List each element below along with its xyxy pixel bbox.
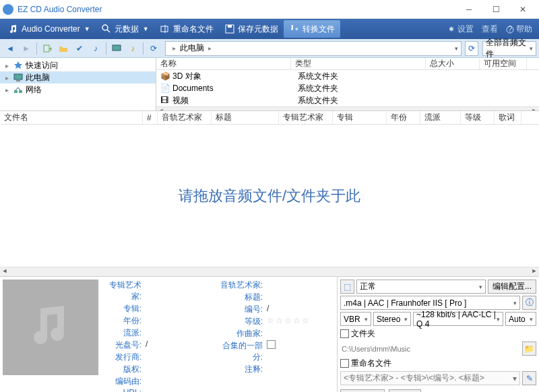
convert-button[interactable]: 转换文件 (284, 20, 340, 38)
file-col-header[interactable]: 专辑艺术家 (279, 111, 333, 124)
options-button[interactable]: 选项 (2) » (340, 389, 385, 392)
output-rename-label: 重命名文件 (351, 358, 391, 369)
close-button[interactable]: ✕ (509, 1, 536, 18)
settings-link[interactable]: 设置 (443, 24, 478, 35)
path-segment[interactable]: 此电脑 (180, 42, 204, 54)
svg-rect-14 (19, 90, 22, 93)
folder-row[interactable]: 🎞视频系统文件夹 (156, 94, 539, 106)
svg-rect-5 (228, 25, 232, 28)
path-refresh-button[interactable]: ⟳ (465, 41, 478, 56)
file-col-header[interactable]: 文件名 (0, 111, 143, 124)
tree-label: 快速访问 (26, 60, 58, 71)
expand-icon[interactable]: ▸ (3, 86, 11, 94)
music-folder-button[interactable]: ♪ (125, 41, 140, 56)
folder-type: 系统文件夹 (298, 83, 433, 94)
rename-button[interactable]: 重命名文件 (154, 20, 219, 38)
output-status-icon[interactable]: ⬚ (340, 280, 354, 294)
add-folder-button[interactable] (56, 41, 71, 56)
file-list-pane: 文件名#音轨艺术家标题专辑艺术家专辑年份流派等级歌词 请拖放音频文件/文件夹于此… (0, 110, 539, 276)
svg-rect-11 (14, 74, 22, 79)
expand-icon[interactable]: ▸ (3, 74, 11, 81)
folder-col-header[interactable]: 类型 (291, 58, 426, 69)
tree-item-pc[interactable]: ▸此电脑 (0, 71, 156, 84)
path-dropdown-icon[interactable]: ▾ (455, 45, 458, 52)
svg-line-16 (18, 88, 20, 90)
folder-name: 3D 对象 (172, 71, 201, 82)
monitor-button[interactable] (109, 41, 124, 56)
file-col-header[interactable]: 标题 (212, 111, 279, 124)
output-rename-checkbox[interactable] (340, 359, 349, 368)
expand-icon[interactable]: ▸ (3, 62, 11, 69)
folder-col-header[interactable]: 名称 (156, 58, 291, 69)
audio-converter-button[interactable]: Audio Converter ▼ (3, 20, 96, 38)
save-metadata-button[interactable]: 保存元数据 (219, 20, 284, 38)
minimize-button[interactable]: ─ (455, 1, 482, 18)
path-bar[interactable]: ▸ 此电脑 ▸ ▾ (165, 41, 462, 56)
help-link[interactable]: ? 帮助 (502, 24, 536, 35)
metadata-button[interactable]: 元数据 ▼ (96, 20, 154, 38)
meta-rating-stars[interactable]: ☆☆☆☆☆ (267, 316, 333, 327)
bitrate-select[interactable]: ~128 kbit/s | AAC-LC | Q 4▾ (413, 312, 503, 326)
note-button[interactable]: ♪ (88, 41, 103, 56)
window-titlebar: EZ CD Audio Converter ─ ☐ ✕ (0, 0, 539, 19)
sub-toolbar: ◄ ► + ✔ ♪ ♪ ⟳ ▸ 此电脑 ▸ ▾ ⟳ 全部音频文件 ▾ (0, 39, 539, 58)
folder-col-header[interactable]: 可用空间 (480, 58, 527, 69)
note-icon (8, 24, 19, 34)
svg-rect-12 (16, 80, 20, 81)
output-format-select[interactable]: .m4a | AAC | Fraunhofer IIS [ Pro ]▾ (340, 296, 520, 310)
folder-tree[interactable]: ▸快速访问▸此电脑▸网络 (0, 58, 156, 110)
meta-disc-label: 光盘号: (105, 339, 146, 351)
file-col-header[interactable]: 专辑 (333, 111, 387, 124)
metadata-label: 元数据 (115, 24, 139, 35)
dropdown-icon: ▼ (143, 26, 149, 32)
maximize-button[interactable]: ☐ (482, 1, 509, 18)
file-filter-select[interactable]: 全部音频文件 ▾ (482, 41, 536, 56)
folder-row[interactable]: 📦3D 对象系统文件夹 (156, 70, 539, 82)
stereo-select[interactable]: Stereo▾ (373, 312, 411, 326)
pc-icon (13, 73, 23, 82)
meta-encodedby-label: 编码由: (105, 376, 146, 387)
album-art-placeholder[interactable] (3, 280, 98, 375)
file-hscrollbar[interactable]: ◄► (0, 267, 539, 276)
vbr-select[interactable]: VBR▾ (340, 312, 371, 326)
output-profile-select[interactable]: 正常▾ (356, 280, 486, 294)
edit-config-button[interactable]: 编辑配置... (488, 280, 536, 294)
file-col-header[interactable]: 流派 (420, 111, 461, 124)
format-info-button[interactable]: ⓘ (522, 296, 536, 310)
file-col-header[interactable]: 等级 (461, 111, 495, 124)
file-col-header[interactable]: 歌词 (495, 111, 521, 124)
output-folder-checkbox[interactable] (340, 329, 349, 338)
path-root-arrow-icon: ▸ (172, 44, 176, 52)
net-icon (13, 85, 23, 94)
browse-folder-button[interactable]: 📁 (522, 341, 536, 356)
folder-col-header[interactable]: 总大小 (426, 58, 480, 69)
check-button[interactable]: ✔ (72, 41, 87, 56)
folder-row[interactable]: 📄Documents系统文件夹 (156, 82, 539, 94)
file-col-header[interactable]: 音轨艺术家 (158, 111, 212, 124)
meta-publisher-label: 发行商: (105, 352, 146, 363)
dropdown-icon: ▾ (530, 45, 533, 52)
folder-type: 系统文件夹 (298, 71, 433, 82)
save-icon (224, 24, 235, 34)
meta-genre-label: 流派: (105, 327, 146, 339)
folder-icon: 🎞 (160, 96, 170, 105)
nav-forward-button[interactable]: ► (19, 41, 34, 56)
svg-line-15 (15, 88, 18, 90)
rename-pattern-field[interactable]: <专辑艺术家> - <专辑>\<编号>. <标题>▾ (340, 371, 520, 385)
file-col-header[interactable]: 年份 (387, 111, 420, 124)
path-arrow-icon: ▸ (208, 44, 212, 52)
nav-back-button[interactable]: ◄ (3, 41, 18, 56)
auto-select[interactable]: Auto▾ (505, 312, 536, 326)
meta-partofset-checkbox[interactable] (267, 340, 276, 349)
star-icon (13, 61, 23, 70)
tree-item-star[interactable]: ▸快速访问 (0, 59, 156, 71)
tree-item-net[interactable]: ▸网络 (0, 84, 156, 96)
add-file-button[interactable]: + (40, 41, 55, 56)
refresh-button[interactable]: ⟳ (146, 41, 161, 56)
dsp-button[interactable]: DSP » (389, 389, 421, 392)
svg-rect-2 (161, 26, 168, 32)
svg-text:+: + (49, 44, 52, 53)
file-col-header[interactable]: # (143, 111, 158, 124)
rename-edit-button[interactable]: ✎ (522, 371, 536, 385)
view-link[interactable]: 查看 (478, 24, 502, 35)
